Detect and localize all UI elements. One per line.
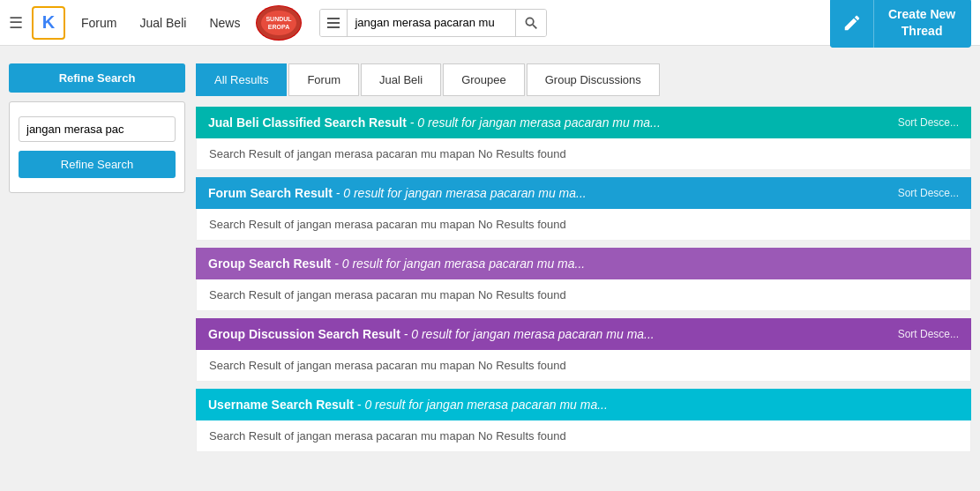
search-menu-icon[interactable] xyxy=(320,10,348,36)
tab-all-results[interactable]: All Results xyxy=(196,63,287,96)
result-body: Search Result of jangan merasa pacaran m… xyxy=(196,350,971,382)
sidebar: Refine Search Refine Search xyxy=(9,63,185,459)
header: ☰ K Forum Jual Beli News SUNDUL EROPA xyxy=(0,0,980,46)
pencil-icon xyxy=(830,0,874,48)
svg-line-8 xyxy=(533,25,536,28)
svg-rect-4 xyxy=(327,18,340,19)
svg-text:EROPA: EROPA xyxy=(268,24,289,30)
svg-text:SUNDUL: SUNDUL xyxy=(266,16,293,22)
result-header: Group Search Result - 0 result for janga… xyxy=(196,248,971,279)
tabs: All Results Forum Jual Beli Groupee Grou… xyxy=(196,63,971,96)
main-area: Refine Search Refine Search All Results … xyxy=(0,46,980,477)
result-body: Search Result of jangan merasa pacaran m… xyxy=(196,138,971,170)
logo-button[interactable]: K xyxy=(32,6,65,40)
search-button[interactable] xyxy=(515,10,546,36)
sidebar-refine-button[interactable]: Refine Search xyxy=(19,151,176,178)
result-section: Forum Search Result - 0 result for janga… xyxy=(196,177,971,241)
svg-point-7 xyxy=(527,18,534,25)
result-title: Group Search Result - 0 result for janga… xyxy=(208,257,585,271)
tab-jual-beli[interactable]: Jual Beli xyxy=(361,63,441,96)
result-section: Username Search Result - 0 result for ja… xyxy=(196,389,971,452)
sort-desc: Sort Desce... xyxy=(898,187,959,199)
result-body: Search Result of jangan merasa pacaran m… xyxy=(196,209,971,241)
svg-rect-6 xyxy=(327,26,340,28)
result-header: Group Discussion Search Result - 0 resul… xyxy=(196,318,971,350)
sort-desc: Sort Desce... xyxy=(898,328,959,340)
nav-forum[interactable]: Forum xyxy=(74,16,123,30)
search-area xyxy=(319,9,547,37)
site-logo: SUNDUL EROPA xyxy=(256,5,302,41)
sidebar-search-input[interactable] xyxy=(19,116,176,142)
nav-news[interactable]: News xyxy=(202,16,247,30)
result-section: Group Search Result - 0 result for janga… xyxy=(196,248,971,311)
tab-group-discussions[interactable]: Group Discussions xyxy=(527,63,660,96)
result-body: Search Result of jangan merasa pacaran m… xyxy=(196,420,971,452)
result-section: Group Discussion Search Result - 0 resul… xyxy=(196,318,971,382)
create-thread-button[interactable]: Create NewThread xyxy=(830,0,971,48)
content-area: All Results Forum Jual Beli Groupee Grou… xyxy=(196,63,971,459)
sort-desc: Sort Desce... xyxy=(898,116,959,129)
refine-search-top-button[interactable]: Refine Search xyxy=(9,63,185,93)
result-title: Group Discussion Search Result - 0 resul… xyxy=(208,327,655,341)
result-header: Forum Search Result - 0 result for janga… xyxy=(196,177,971,209)
result-title: Username Search Result - 0 result for ja… xyxy=(208,398,608,412)
create-thread-label: Create NewThread xyxy=(874,6,969,38)
nav-jual-beli[interactable]: Jual Beli xyxy=(132,16,193,30)
results-container: Jual Beli Classified Search Result - 0 r… xyxy=(196,107,971,452)
result-title: Jual Beli Classified Search Result - 0 r… xyxy=(208,115,661,130)
result-header: Jual Beli Classified Search Result - 0 r… xyxy=(196,107,971,138)
svg-rect-5 xyxy=(327,22,340,24)
tab-groupee[interactable]: Groupee xyxy=(443,63,525,96)
result-section: Jual Beli Classified Search Result - 0 r… xyxy=(196,107,971,170)
result-body: Search Result of jangan merasa pacaran m… xyxy=(196,279,971,311)
search-input[interactable] xyxy=(348,10,515,36)
sidebar-search-box: Refine Search xyxy=(9,101,185,193)
hamburger-icon[interactable]: ☰ xyxy=(9,13,23,33)
tab-forum[interactable]: Forum xyxy=(288,63,359,96)
result-header: Username Search Result - 0 result for ja… xyxy=(196,389,971,420)
svg-point-1 xyxy=(261,11,296,35)
result-title: Forum Search Result - 0 result for janga… xyxy=(208,186,587,200)
